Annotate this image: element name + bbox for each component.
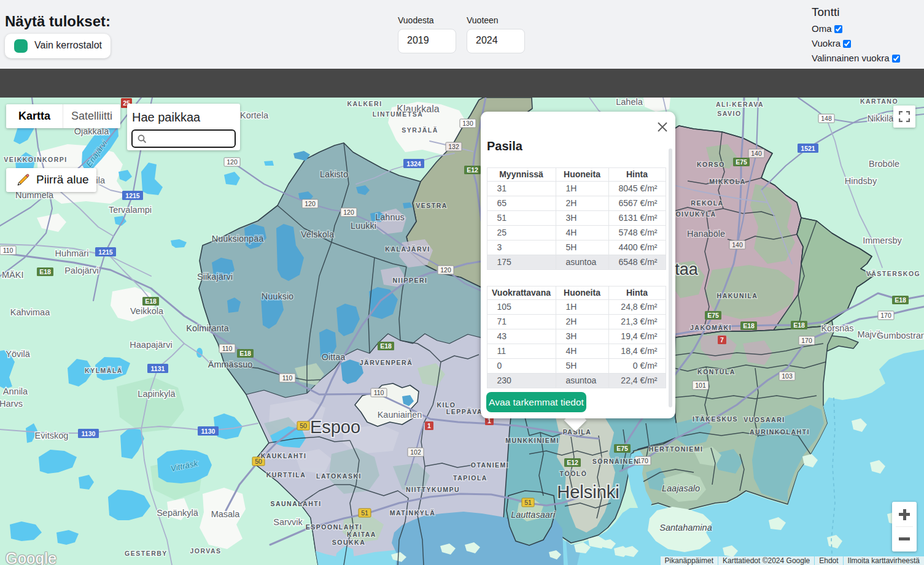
svg-text:E18: E18 [793,321,805,329]
svg-text:SOUKKA: SOUKKA [332,539,366,546]
svg-text:GESTERBY: GESTERBY [125,550,168,557]
svg-text:Lauttasaari: Lauttasaari [511,510,556,520]
svg-text:110: 110 [222,345,233,352]
svg-text:Nuuksionpää: Nuuksionpää [212,234,265,244]
svg-text:101: 101 [695,382,706,389]
svg-text:1215: 1215 [125,192,140,199]
svg-text:VÄSTERSKOG: VÄSTERSKOG [866,270,921,277]
svg-text:E75: E75 [736,158,747,166]
svg-text:TAPIOLA: TAPIOLA [453,474,487,482]
svg-text:REKOLA: REKOLA [691,199,723,207]
svg-text:MÄKI: MÄKI [2,270,23,280]
svg-text:KONTULA: KONTULA [697,368,736,375]
svg-text:JÄRVENPERÄ: JÄRVENPERÄ [360,359,413,366]
svg-text:Santahamina: Santahamina [659,523,712,532]
svg-text:103: 103 [782,372,793,380]
svg-text:Sarvvik: Sarvvik [273,517,303,527]
svg-text:KURTTILA: KURTTILA [266,471,306,479]
svg-text:Lapinkylä: Lapinkylä [138,389,176,399]
svg-text:E18: E18 [380,342,392,350]
svg-text:Kahvimaa: Kahvimaa [10,307,50,317]
svg-text:KYLMÄLÄ: KYLMÄLÄ [85,367,123,374]
svg-text:Tervalampi: Tervalampi [109,205,152,215]
svg-text:Helsinki: Helsinki [557,482,619,502]
svg-text:50: 50 [300,422,307,429]
svg-text:KALKERI: KALKERI [347,100,382,107]
svg-text:120: 120 [227,158,238,166]
svg-text:110: 110 [282,374,293,382]
svg-text:Hindsby: Hindsby [845,176,877,186]
svg-text:LINTUMETSÄ: LINTUMETSÄ [373,110,424,118]
svg-text:ITÄKESKUS: ITÄKESKUS [693,415,738,423]
svg-text:JAKOMÄKI: JAKOMÄKI [690,324,732,331]
svg-text:E12: E12 [467,166,478,174]
svg-text:Kauniainen: Kauniainen [378,410,422,420]
svg-text:Ämmässuo: Ämmässuo [208,359,253,369]
svg-text:120: 120 [343,209,354,216]
svg-text:E75: E75 [616,445,628,452]
svg-text:1130: 1130 [201,428,215,435]
svg-text:Annila: Annila [3,386,28,396]
svg-text:NIIPPERI: NIIPPERI [393,277,428,284]
svg-text:Immersby: Immersby [863,236,902,245]
svg-text:1130: 1130 [82,430,96,437]
svg-text:NIITTYKUMPU: NIITTYKUMPU [406,486,460,493]
svg-text:Gumbostrand: Gumbostrand [877,331,924,340]
svg-text:Lahela: Lahela [616,98,643,107]
svg-text:170: 170 [801,337,812,344]
svg-text:E75: E75 [707,312,719,319]
svg-text:AURINKOLAHTI: AURINKOLAHTI [750,428,810,436]
svg-text:HERTTONIEMI: HERTTONIEMI [649,445,704,453]
svg-text:SAUNALAHTI: SAUNALAHTI [270,500,321,507]
svg-text:Huhmari: Huhmari [55,248,89,258]
svg-text:170: 170 [880,312,891,319]
svg-text:130: 130 [462,120,473,127]
svg-text:VESTRA: VESTRA [416,202,448,209]
svg-text:VUOSAARI: VUOSAARI [743,416,785,423]
svg-text:Evitskog: Evitskog [35,431,69,440]
svg-text:VEIKKOINKORPI: VEIKKOINKORPI [4,156,68,163]
svg-text:51: 51 [361,509,368,517]
svg-text:Yövilä: Yövilä [6,349,30,359]
svg-text:TÖÖLÖ: TÖÖLÖ [560,470,588,477]
svg-text:1521: 1521 [801,145,815,152]
svg-text:110: 110 [3,247,14,254]
svg-text:Oittaa: Oittaa [322,352,346,362]
svg-text:1131: 1131 [151,365,165,372]
svg-text:Nuuksio: Nuuksio [262,291,293,301]
svg-text:Kolmiranta: Kolmiranta [186,323,229,333]
svg-text:KAITAA: KAITAA [347,531,376,538]
svg-text:Siikajärvi: Siikajärvi [197,272,233,282]
svg-text:KORSO: KORSO [697,161,725,168]
svg-text:1: 1 [427,422,431,429]
svg-text:MATINKYLÄ: MATINKYLÄ [390,509,436,517]
svg-text:SÖRNÄINEN: SÖRNÄINEN [592,458,640,465]
svg-text:OTANIEMI: OTANIEMI [471,461,510,469]
svg-text:Lahnus: Lahnus [375,212,405,222]
svg-text:132: 132 [448,143,459,150]
svg-text:ALI-KERAVA: ALI-KERAVA [716,101,764,108]
svg-text:Kortela: Kortela [240,110,269,120]
svg-text:Nikkilä: Nikkilä [868,113,895,123]
svg-text:MIKKOLA: MIKKOLA [709,178,746,185]
svg-text:110: 110 [374,389,384,396]
svg-text:HAKUNILA: HAKUNILA [717,292,758,299]
svg-text:KALAJÄRVI: KALAJÄRVI [385,245,430,253]
svg-text:1215: 1215 [98,248,113,256]
svg-text:Veikkola: Veikkola [130,306,164,316]
svg-text:148: 148 [821,115,832,122]
svg-text:140: 140 [751,150,762,157]
svg-text:Hanaböle: Hanaböle [687,229,725,239]
svg-text:Broböle: Broböle [869,159,899,169]
svg-text:E18: E18 [145,298,157,305]
svg-text:102: 102 [410,448,421,456]
svg-text:120: 120 [440,266,451,274]
svg-text:Espoo: Espoo [310,417,360,437]
svg-text:120: 120 [305,200,316,207]
svg-text:ESPOONLAHTI: ESPOONLAHTI [306,523,362,531]
svg-text:E18: E18 [743,322,755,329]
svg-text:KOIVUKYLÄ: KOIVUKYLÄ [670,210,716,218]
svg-text:Harvs: Harvs [0,399,23,409]
svg-text:Haapajärvi: Haapajärvi [130,340,172,350]
svg-text:E18: E18 [895,296,906,304]
